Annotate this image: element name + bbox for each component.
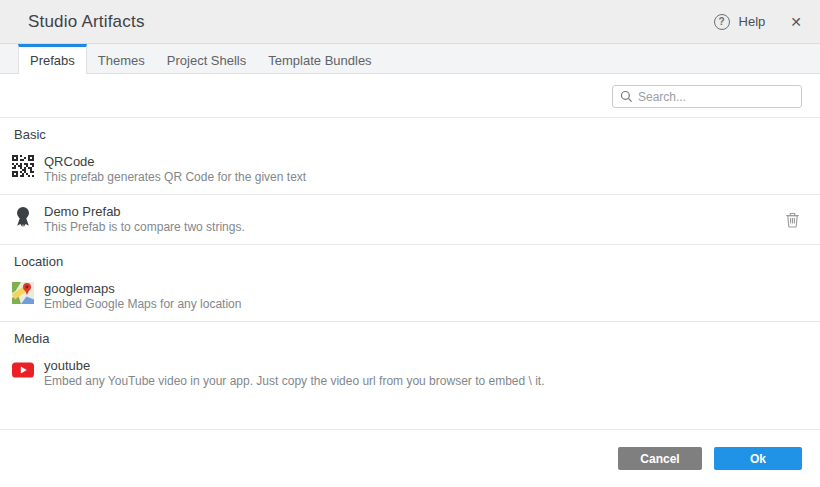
- list-item-qrcode[interactable]: QRCode This prefab generates QR Code for…: [0, 145, 820, 195]
- studio-artifacts-dialog: Studio Artifacts ? Help ✕ Prefabs Themes…: [0, 0, 820, 487]
- tab-template-bundles[interactable]: Template Bundles: [257, 44, 382, 73]
- search-toolbar: [0, 74, 820, 118]
- item-title: googlemaps: [44, 280, 241, 297]
- tab-themes[interactable]: Themes: [87, 44, 156, 73]
- help-icon[interactable]: ?: [714, 14, 730, 30]
- youtube-icon: [12, 359, 34, 381]
- page-title: Studio Artifacts: [28, 12, 145, 32]
- item-title: Demo Prefab: [44, 203, 245, 220]
- delete-button[interactable]: [783, 209, 802, 230]
- prefab-list: Basic: [0, 118, 820, 429]
- search-icon: [620, 90, 633, 103]
- list-item-youtube[interactable]: youtube Embed any YouTube video in your …: [0, 349, 820, 398]
- item-description: This prefab generates QR Code for the gi…: [44, 170, 306, 185]
- tab-bar: Prefabs Themes Project Shells Template B…: [0, 44, 820, 74]
- search-box[interactable]: [612, 85, 802, 108]
- item-description: Embed Google Maps for any location: [44, 297, 241, 312]
- section-label-basic: Basic: [0, 118, 820, 145]
- tab-project-shells[interactable]: Project Shells: [156, 44, 257, 73]
- search-input[interactable]: [638, 90, 795, 104]
- list-item-demo-prefab[interactable]: Demo Prefab This Prefab is to compare tw…: [0, 195, 820, 245]
- googlemaps-icon: [12, 282, 34, 304]
- header-actions: ? Help ✕: [714, 14, 802, 30]
- qrcode-icon: [12, 155, 34, 177]
- item-description: Embed any YouTube video in your app. Jus…: [44, 374, 545, 389]
- close-icon[interactable]: ✕: [790, 15, 802, 29]
- dialog-header: Studio Artifacts ? Help ✕: [0, 0, 820, 44]
- tab-prefabs[interactable]: Prefabs: [18, 44, 87, 74]
- trash-icon: [785, 211, 800, 228]
- item-title: QRCode: [44, 153, 306, 170]
- cancel-button[interactable]: Cancel: [618, 447, 702, 470]
- item-title: youtube: [44, 357, 545, 374]
- section-label-media: Media: [0, 322, 820, 349]
- help-link[interactable]: Help: [739, 14, 766, 29]
- list-item-googlemaps[interactable]: googlemaps Embed Google Maps for any loc…: [0, 272, 820, 322]
- medal-icon: [12, 205, 34, 227]
- item-description: This Prefab is to compare two strings.: [44, 220, 245, 235]
- ok-button[interactable]: Ok: [714, 447, 802, 470]
- dialog-footer: Cancel Ok: [0, 429, 820, 487]
- section-label-location: Location: [0, 245, 820, 272]
